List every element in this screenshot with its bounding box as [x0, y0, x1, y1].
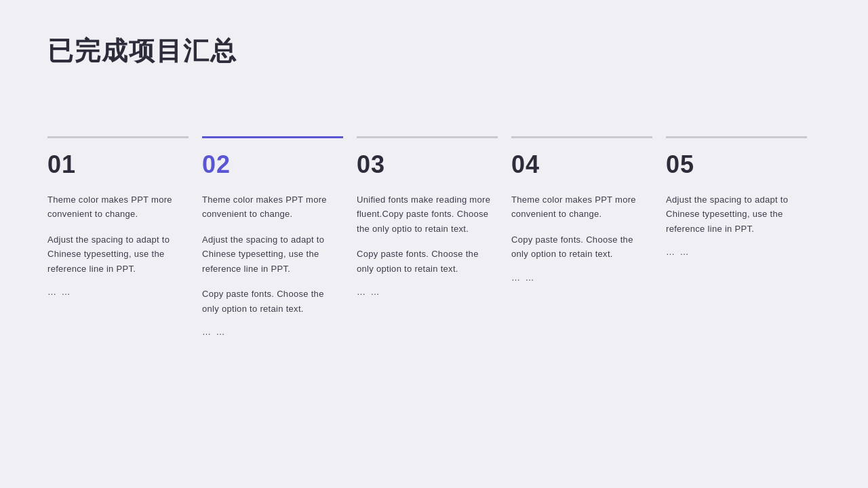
column-divider-04 [511, 136, 652, 138]
column-text-01-0: Theme color makes PPT more convenient to… [47, 192, 189, 222]
columns-container: 01Theme color makes PPT more convenient … [47, 136, 821, 337]
column-text-02-0: Theme color makes PPT more convenient to… [202, 192, 343, 222]
column-ellipsis-04: … … [511, 272, 652, 283]
page-container: 已完成项目汇总 01Theme color makes PPT more con… [0, 0, 868, 488]
column-text-04-0: Theme color makes PPT more convenient to… [511, 192, 652, 222]
column-text-03-0: Unified fonts make reading more fluent.C… [357, 192, 498, 236]
column-text-03-1: Copy paste fonts. Choose the only option… [357, 247, 498, 276]
column-text-04-1: Copy paste fonts. Choose the only option… [511, 232, 652, 262]
column-text-02-2: Copy paste fonts. Choose the only option… [202, 287, 343, 316]
column-text-01-1: Adjust the spacing to adapt to Chinese t… [47, 232, 189, 276]
column-number-05: 05 [666, 150, 807, 179]
column-divider-01 [47, 136, 189, 138]
column-ellipsis-02: … … [202, 327, 343, 337]
column-number-04: 04 [511, 150, 652, 179]
column-01: 01Theme color makes PPT more convenient … [47, 136, 202, 337]
column-divider-03 [357, 136, 498, 138]
column-ellipsis-01: … … [47, 287, 189, 297]
column-number-03: 03 [357, 150, 498, 179]
column-number-01: 01 [47, 150, 189, 179]
column-02: 02Theme color makes PPT more convenient … [202, 136, 357, 337]
column-04: 04Theme color makes PPT more convenient … [511, 136, 666, 337]
column-03: 03Unified fonts make reading more fluent… [357, 136, 511, 337]
column-text-05-0: Adjust the spacing to adapt to Chinese t… [666, 192, 807, 236]
column-ellipsis-05: … … [666, 247, 807, 257]
page-title: 已完成项目汇总 [47, 34, 821, 68]
column-text-02-1: Adjust the spacing to adapt to Chinese t… [202, 232, 343, 276]
column-05: 05Adjust the spacing to adapt to Chinese… [666, 136, 821, 337]
column-number-02: 02 [202, 150, 343, 179]
column-divider-05 [666, 136, 807, 138]
column-ellipsis-03: … … [357, 287, 498, 297]
column-divider-02 [202, 136, 343, 138]
